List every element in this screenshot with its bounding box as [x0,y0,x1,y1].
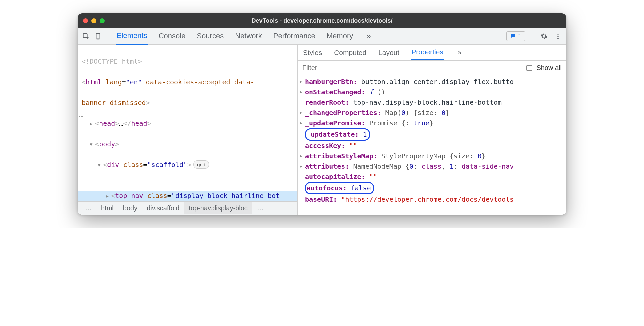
more-tabs-icon[interactable]: » [364,31,374,41]
devtools-window: DevTools - developer.chrome.com/docs/dev… [78,13,566,215]
filter-row: Show all [298,61,566,75]
main-toolbar: Elements Console Sources Network Perform… [78,28,566,45]
property-row[interactable]: ▶onStateChanged: f () [298,87,566,97]
kebab-menu-icon[interactable] [553,31,563,41]
messages-count: 1 [518,32,522,40]
doctype: <!DOCTYPE html> [82,57,142,65]
expand-toggle[interactable]: ▶ [300,161,305,170]
elements-tree-pane: <!DOCTYPE html> <html lang="en" data-coo… [78,45,298,215]
messages-button[interactable]: 1 [506,31,525,41]
expand-toggle[interactable]: ▶ [300,77,305,85]
property-row[interactable]: autocapitalize: "" [298,172,566,182]
tab-performance[interactable]: Performance [273,28,316,44]
tab-network[interactable]: Network [234,28,263,44]
property-row[interactable]: ▶attributes: NamedNodeMap {0: class, 1: … [298,161,566,172]
property-row[interactable]: ▶hamburgerBtn: button.align-center.displ… [298,77,566,87]
property-row[interactable]: baseURI: "https://developer.chrome.com/d… [298,194,566,205]
breadcrumb-scaffold[interactable]: div.scaffold [142,202,184,214]
expand-toggle[interactable]: ▼ [98,162,103,169]
grid-badge[interactable]: grid [193,160,209,169]
window-title: DevTools - developer.chrome.com/docs/dev… [78,17,566,24]
panel-tabs: Elements Console Sources Network Perform… [116,28,504,45]
expand-toggle[interactable]: ▶ [90,120,95,128]
properties-list[interactable]: ▶hamburgerBtn: button.align-center.displ… [298,75,566,215]
titlebar: DevTools - developer.chrome.com/docs/dev… [78,13,566,28]
separator [532,32,532,41]
selected-node[interactable]: ▶<top-nav class="display-block hairline-… [78,191,297,201]
property-row[interactable]: renderRoot: top-nav.display-block.hairli… [298,97,566,108]
separator [108,32,108,41]
rtab-layout[interactable]: Layout [378,45,400,60]
filter-input[interactable] [302,61,522,75]
svg-point-4 [557,36,559,37]
svg-point-3 [557,33,559,35]
tab-sources[interactable]: Sources [196,28,224,44]
breadcrumb-html[interactable]: html [96,202,118,214]
sidebar-pane: Styles Computed Layout Properties » Show… [298,45,566,215]
expand-toggle [300,141,305,142]
tab-console[interactable]: Console [158,28,186,44]
dom-tree[interactable]: <!DOCTYPE html> <html lang="en" data-coo… [78,45,297,201]
sidebar-tabs: Styles Computed Layout Properties » [298,45,566,61]
expand-toggle [300,172,305,173]
expand-toggle[interactable]: ▶ [300,118,305,126]
breadcrumb-body[interactable]: body [118,202,142,214]
inspect-element-icon[interactable] [81,31,91,41]
rtab-styles[interactable]: Styles [302,45,323,60]
toolbar-right: 1 [506,31,563,41]
svg-point-5 [557,38,559,39]
zoom-window-button[interactable] [100,18,105,23]
property-row[interactable]: accessKey: "" [298,141,566,151]
breadcrumb-more[interactable]: … [80,202,96,214]
property-row[interactable]: ▶_updatePromise: Promise {: true} [298,118,566,128]
tab-memory[interactable]: Memory [326,28,354,44]
more-rtabs-icon[interactable]: » [455,48,465,58]
tab-elements[interactable]: Elements [116,28,148,45]
expand-toggle[interactable]: ▶ [300,108,305,116]
expand-toggle[interactable]: ▶ [300,87,305,95]
show-all-label: Show all [536,64,562,72]
rtab-computed[interactable]: Computed [333,45,367,60]
expand-toggle[interactable]: ▶ [300,151,305,159]
device-toolbar-icon[interactable] [93,31,103,41]
property-row[interactable]: ▶attributeStyleMap: StylePropertyMap {si… [298,151,566,161]
panels: <!DOCTYPE html> <html lang="en" data-coo… [78,45,566,215]
property-row[interactable]: _updateState: 1 [298,128,566,141]
property-row[interactable]: autofocus: false [298,182,566,194]
expand-toggle [300,182,305,184]
close-window-button[interactable] [83,18,88,23]
expand-toggle[interactable]: ▼ [90,141,95,148]
settings-icon[interactable] [539,31,549,41]
expand-toggle [300,194,305,196]
expand-toggle [300,128,305,130]
minimize-window-button[interactable] [91,18,96,23]
window-controls [83,18,105,23]
rtab-properties[interactable]: Properties [411,45,444,60]
highlight-ring: autofocus: false [305,182,374,194]
breadcrumbs: … html body div.scaffold top-nav.display… [78,201,297,215]
breadcrumb-more-right[interactable]: … [252,202,268,214]
highlight-ring: _updateState: 1 [305,128,370,141]
breadcrumb-topnav[interactable]: top-nav.display-bloc [184,202,252,214]
selected-marker-icon: ⋯ [78,111,83,122]
expand-toggle[interactable]: ▶ [106,193,111,200]
expand-toggle [300,97,305,99]
show-all-checkbox[interactable] [526,65,532,71]
property-row[interactable]: ▶_changedProperties: Map(0) {size: 0} [298,108,566,118]
